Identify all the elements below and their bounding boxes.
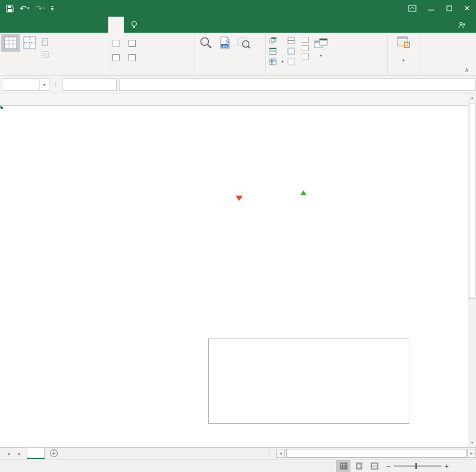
tab-data[interactable] xyxy=(77,17,93,33)
new-sheet-button[interactable]: + xyxy=(45,448,62,459)
formula-bar-splitter[interactable]: ⋮ xyxy=(49,83,62,87)
redo-button[interactable]: ↷▾ xyxy=(35,5,45,12)
zoom-to-selection-button[interactable] xyxy=(234,34,253,52)
group-label-workbook-views xyxy=(1,67,109,75)
share-button[interactable] xyxy=(458,17,476,33)
minimize-button[interactable] xyxy=(422,0,440,17)
maximize-button[interactable] xyxy=(440,0,458,17)
worksheet-area: ▴ ▾ xyxy=(0,93,476,447)
zoom-in-icon[interactable]: + xyxy=(445,462,449,470)
group-label-show xyxy=(112,67,193,75)
new-window-icon xyxy=(269,37,277,44)
status-page-break-button[interactable] xyxy=(367,460,381,472)
zoom-100-button[interactable]: 100 xyxy=(215,34,234,52)
horizontal-scrollbar[interactable]: ◂ xyxy=(276,449,466,458)
close-button[interactable]: ✕ xyxy=(458,0,476,17)
sheet-nav-left-icon[interactable]: ◂ xyxy=(7,451,10,457)
unhide-icon xyxy=(287,58,295,65)
hide-icon xyxy=(287,48,295,55)
tab-formulas[interactable] xyxy=(62,17,77,33)
freeze-panes-button[interactable]: ▾ xyxy=(267,56,286,67)
split-icon xyxy=(287,37,295,44)
switch-windows-icon xyxy=(314,37,329,51)
custom-views-button[interactable] xyxy=(39,49,53,59)
status-normal-view-button[interactable] xyxy=(336,460,350,472)
scroll-left-icon[interactable]: ◂ xyxy=(276,449,285,458)
formula-bar-checkbox[interactable] xyxy=(129,37,139,49)
formula-bar-row: ▾ ⋮ xyxy=(0,76,476,93)
tab-home[interactable] xyxy=(15,17,31,33)
group-window: ▾ ▾ xyxy=(266,33,387,75)
ribbon-display-options-icon[interactable] xyxy=(402,0,422,17)
vertical-scrollbar-thumb[interactable] xyxy=(469,103,475,299)
synchronous-scrolling-icon[interactable] xyxy=(302,45,309,51)
vertical-scrollbar[interactable]: ▴ ▾ xyxy=(468,93,476,447)
view-side-by-side-icon[interactable] xyxy=(302,37,309,43)
column-headers xyxy=(0,93,476,106)
tab-file[interactable] xyxy=(0,17,15,33)
name-box-dropdown-icon[interactable]: ▾ xyxy=(39,79,49,90)
switch-windows-button[interactable]: ▾ xyxy=(311,35,331,59)
group-show xyxy=(111,33,195,75)
collapse-ribbon-icon[interactable]: ∧ xyxy=(465,67,469,73)
normal-view-button[interactable] xyxy=(1,34,20,52)
new-window-button[interactable] xyxy=(267,35,286,46)
bar-chart-object[interactable] xyxy=(136,324,411,445)
tab-scroll-splitter[interactable]: ⋮⋮ xyxy=(267,449,272,455)
headings-checkbox[interactable] xyxy=(129,52,139,64)
page-layout-view-button[interactable] xyxy=(39,36,53,47)
window-tiny-buttons xyxy=(299,35,311,61)
normal-view-icon xyxy=(4,36,18,50)
undo-button[interactable]: ↶▾ xyxy=(20,5,29,12)
sheet-tab-sheet1[interactable] xyxy=(27,448,45,459)
page-break-preview-button[interactable] xyxy=(20,34,39,52)
group-label-macros xyxy=(389,67,418,75)
ruler-checkbox[interactable] xyxy=(112,37,123,49)
unhide-button[interactable] xyxy=(286,56,299,67)
kpi-object[interactable] xyxy=(136,126,340,243)
tell-me-box[interactable] xyxy=(124,17,458,33)
arrange-all-button[interactable] xyxy=(267,46,286,56)
save-icon[interactable] xyxy=(6,5,14,12)
status-bar: − + xyxy=(0,459,476,472)
macros-button[interactable]: ▾ xyxy=(394,34,413,64)
hide-button[interactable] xyxy=(286,46,299,56)
scroll-up-icon[interactable]: ▴ xyxy=(468,93,476,102)
formula-input[interactable] xyxy=(119,78,476,91)
arrange-all-icon xyxy=(269,48,277,55)
name-box[interactable]: ▾ xyxy=(2,78,49,91)
macros-icon xyxy=(396,36,411,49)
zoom-slider-thumb[interactable] xyxy=(415,463,417,469)
group-macros: ▾ xyxy=(388,33,419,75)
kpi-margin-up-arrow-icon xyxy=(300,190,306,195)
zoom-button[interactable] xyxy=(196,34,215,52)
group-zoom: 100 xyxy=(195,33,265,75)
reset-window-position-icon[interactable] xyxy=(302,54,309,59)
tab-review[interactable] xyxy=(93,17,108,33)
zoom-to-selection-icon xyxy=(237,36,251,50)
tab-insert[interactable] xyxy=(31,17,46,33)
sheet-tab-bar: ◂ ▸ + ⋮⋮ ◂ ▸ xyxy=(0,447,476,459)
zoom-magnifier-icon xyxy=(199,36,213,50)
tab-view[interactable] xyxy=(108,17,124,33)
split-button[interactable] xyxy=(286,35,299,46)
sheet-nav-right-icon[interactable]: ▸ xyxy=(18,451,21,457)
kpi-sales-down-arrow-icon xyxy=(236,196,243,201)
selected-cell-outline[interactable] xyxy=(0,106,2,108)
zoom-slider[interactable]: − + xyxy=(381,462,453,470)
group-workbook-views xyxy=(0,33,111,75)
share-person-icon xyxy=(458,21,466,29)
horizontal-scrollbar-thumb[interactable] xyxy=(286,449,466,458)
zoom-out-icon[interactable]: − xyxy=(386,462,390,470)
status-page-layout-button[interactable] xyxy=(352,460,366,472)
scroll-down-icon[interactable]: ▾ xyxy=(468,438,476,447)
fill-handle[interactable] xyxy=(1,106,4,109)
title-bar: ↶▾ ↷▾ ▾ ✕ xyxy=(0,0,476,17)
gridlines-checkbox[interactable] xyxy=(112,52,123,64)
svg-text:100: 100 xyxy=(223,44,228,48)
customize-qat-button[interactable]: ▾ xyxy=(51,6,54,11)
tab-page-layout[interactable] xyxy=(46,17,62,33)
ribbon: 100 ▾ xyxy=(0,33,476,76)
group-label-zoom xyxy=(196,67,264,75)
scroll-right-icon[interactable]: ▸ xyxy=(467,449,476,458)
